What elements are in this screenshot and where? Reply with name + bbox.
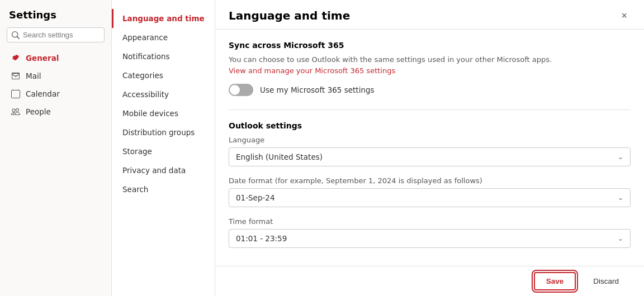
toggle-row: Use my Microsoft 365 settings — [229, 84, 631, 96]
mail-icon — [11, 71, 20, 80]
search-input[interactable] — [23, 31, 100, 39]
sub-nav-item-categories[interactable]: Categories — [112, 66, 215, 85]
section-divider — [229, 109, 631, 110]
outlook-heading: Outlook settings — [229, 121, 631, 130]
nav-item-calendar[interactable]: Calendar — [2, 85, 109, 103]
sub-nav-item-distribution-groups[interactable]: Distribution groups — [112, 123, 215, 142]
discard-button[interactable]: Discard — [581, 273, 631, 290]
calendar-icon — [11, 89, 20, 98]
language-label: Language — [229, 136, 631, 144]
sub-nav: Language and time Appearance Notificatio… — [112, 0, 215, 296]
page-title: Language and time — [229, 9, 350, 22]
save-button[interactable]: Save — [534, 272, 576, 290]
sub-nav-item-storage[interactable]: Storage — [112, 142, 215, 161]
sub-nav-item-language-time[interactable]: Language and time — [112, 9, 215, 28]
nav-items: General Mail Calendar — [0, 49, 111, 121]
nav-item-mail[interactable]: Mail — [2, 67, 109, 85]
date-format-chevron-icon: ⌄ — [618, 194, 623, 202]
sync-heading: Sync across Microsoft 365 — [229, 41, 631, 50]
microsoft365-toggle[interactable] — [229, 84, 253, 96]
sub-nav-item-privacy-data[interactable]: Privacy and data — [112, 161, 215, 180]
language-field-group: Language English (United States) ⌄ — [229, 136, 631, 166]
time-format-value: 01:01 - 23:59 — [236, 234, 287, 243]
sub-nav-item-mobile-devices[interactable]: Mobile devices — [112, 104, 215, 123]
date-format-label: Date format (for example, September 1, 2… — [229, 176, 631, 185]
time-format-dropdown[interactable]: 01:01 - 23:59 ⌄ — [229, 229, 631, 248]
sub-nav-item-appearance[interactable]: Appearance — [112, 28, 215, 47]
manage-settings-link[interactable]: View and manage your Microsoft 365 setti… — [229, 66, 395, 75]
sync-description: You can choose to use Outlook with the s… — [229, 55, 631, 64]
main-footer: Save Discard — [215, 266, 644, 296]
nav-item-general-label: General — [26, 54, 59, 63]
nav-item-general[interactable]: General — [2, 49, 109, 67]
time-format-field-group: Time format 01:01 - 23:59 ⌄ — [229, 217, 631, 248]
close-button[interactable]: × — [618, 9, 631, 22]
search-icon — [12, 31, 20, 39]
sub-nav-item-search[interactable]: Search — [112, 180, 215, 199]
search-box[interactable] — [7, 27, 105, 42]
main-content: Language and time × Sync across Microsof… — [215, 0, 644, 296]
nav-item-mail-label: Mail — [26, 71, 41, 80]
date-format-dropdown[interactable]: 01-Sep-24 ⌄ — [229, 188, 631, 207]
sub-nav-item-accessibility[interactable]: Accessibility — [112, 85, 215, 104]
people-icon — [11, 107, 20, 116]
main-header: Language and time × — [215, 0, 644, 30]
time-format-label: Time format — [229, 217, 631, 226]
nav-item-people[interactable]: People — [2, 103, 109, 121]
date-format-value: 01-Sep-24 — [236, 193, 275, 202]
language-value: English (United States) — [236, 152, 323, 161]
sub-nav-item-notifications[interactable]: Notifications — [112, 47, 215, 66]
settings-window: Settings General — [0, 0, 644, 296]
language-chevron-icon: ⌄ — [618, 153, 623, 161]
time-format-chevron-icon: ⌄ — [618, 235, 623, 242]
date-format-field-group: Date format (for example, September 1, 2… — [229, 176, 631, 207]
toggle-label: Use my Microsoft 365 settings — [260, 85, 375, 94]
left-nav: Settings General — [0, 0, 112, 296]
sync-section: Sync across Microsoft 365 You can choose… — [229, 41, 631, 96]
main-body: Sync across Microsoft 365 You can choose… — [215, 30, 644, 266]
search-box-wrap — [0, 27, 111, 49]
outlook-section: Outlook settings Language English (Unite… — [229, 121, 631, 248]
nav-item-calendar-label: Calendar — [26, 89, 60, 98]
settings-title: Settings — [0, 9, 111, 27]
nav-item-people-label: People — [26, 107, 51, 116]
gear-icon — [11, 54, 20, 63]
language-dropdown[interactable]: English (United States) ⌄ — [229, 147, 631, 166]
